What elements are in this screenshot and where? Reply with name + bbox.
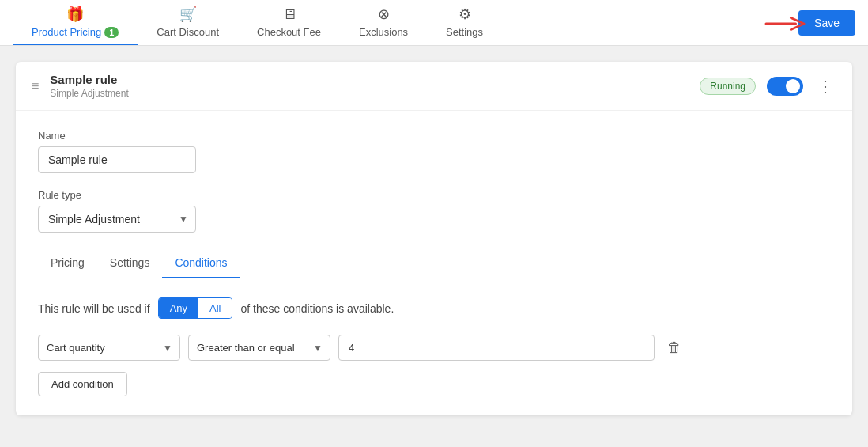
- sub-tab-settings-label: Settings: [110, 256, 150, 269]
- name-input[interactable]: [38, 146, 196, 173]
- settings-icon: ⚙: [459, 6, 471, 23]
- tab-product-pricing-label: Product Pricing 1: [32, 26, 119, 38]
- any-all-group: Any All: [158, 297, 233, 319]
- tab-cart-discount[interactable]: 🛒 Cart Discount: [138, 0, 238, 45]
- drag-handle-icon[interactable]: ≡: [32, 79, 39, 93]
- rule-type-field-group: Rule type Simple Adjustment Bulk Pricing…: [38, 189, 830, 233]
- tab-settings[interactable]: ⚙ Settings: [427, 0, 502, 45]
- add-condition-button[interactable]: Add condition: [38, 372, 127, 396]
- bottom-bar: Add Rule: [16, 431, 852, 447]
- conditions-intro: This rule will be used if Any All of the…: [38, 297, 830, 319]
- sub-tab-pricing-label: Pricing: [51, 256, 85, 269]
- rule-title: Sample rule: [50, 73, 689, 86]
- sub-tabs: Pricing Settings Conditions: [38, 248, 830, 278]
- status-badge: Running: [700, 78, 756, 95]
- checkout-fee-icon: 🖥: [282, 6, 296, 23]
- tab-checkout-fee[interactable]: 🖥 Checkout Fee: [238, 0, 340, 45]
- product-pricing-icon: 🎁: [66, 6, 84, 23]
- rule-card: ≡ Sample rule Simple Adjustment Running …: [16, 62, 852, 415]
- condition-field-wrap: Cart quantity Cart subtotal User role Pr…: [38, 335, 180, 361]
- sub-tab-pricing[interactable]: Pricing: [38, 248, 97, 278]
- rule-type-select[interactable]: Simple Adjustment Bulk Pricing Tiered Pr…: [38, 206, 196, 233]
- all-button[interactable]: All: [198, 298, 232, 318]
- condition-field-select[interactable]: Cart quantity Cart subtotal User role Pr…: [38, 335, 180, 361]
- tab-checkout-fee-label: Checkout Fee: [257, 26, 321, 38]
- delete-condition-button[interactable]: 🗑: [662, 336, 686, 359]
- more-options-button[interactable]: ⋮: [814, 78, 836, 94]
- rule-type-select-wrap: Simple Adjustment Bulk Pricing Tiered Pr…: [38, 206, 196, 233]
- conditions-intro-before: This rule will be used if: [38, 302, 150, 315]
- tab-product-pricing[interactable]: 🎁 Product Pricing 1: [13, 0, 138, 45]
- rule-header: ≡ Sample rule Simple Adjustment Running …: [16, 62, 852, 111]
- sub-tab-conditions[interactable]: Conditions: [162, 248, 240, 278]
- condition-row: Cart quantity Cart subtotal User role Pr…: [38, 335, 830, 361]
- sub-tab-conditions-label: Conditions: [175, 256, 227, 269]
- tab-exclusions-label: Exclusions: [359, 26, 408, 38]
- tab-settings-label: Settings: [446, 26, 483, 38]
- condition-operator-select[interactable]: Greater than or equal Less than or equal…: [188, 335, 330, 361]
- rule-subtitle: Simple Adjustment: [50, 88, 689, 99]
- conditions-intro-after: of these conditions is available.: [240, 302, 394, 315]
- tab-label-text: Product Pricing: [32, 26, 101, 38]
- main-content: ≡ Sample rule Simple Adjustment Running …: [0, 46, 868, 447]
- condition-value-input[interactable]: [338, 335, 655, 361]
- name-field-group: Name: [38, 130, 830, 173]
- cart-discount-icon: 🛒: [179, 6, 197, 23]
- trash-icon: 🗑: [667, 339, 681, 355]
- toggle-slider: [767, 77, 803, 96]
- name-label: Name: [38, 130, 830, 142]
- exclusions-icon: ⊗: [378, 6, 390, 23]
- arrow-svg: [764, 13, 811, 35]
- tab-exclusions[interactable]: ⊗ Exclusions: [340, 0, 427, 45]
- rule-title-group: Sample rule Simple Adjustment: [50, 73, 689, 99]
- rule-toggle[interactable]: [767, 77, 803, 96]
- top-nav: 🎁 Product Pricing 1 🛒 Cart Discount 🖥 Ch…: [0, 0, 868, 46]
- product-pricing-badge: 1: [104, 27, 119, 38]
- tab-cart-discount-label: Cart Discount: [157, 26, 219, 38]
- arrow-indicator: [764, 13, 811, 37]
- any-button[interactable]: Any: [159, 298, 198, 318]
- sub-tab-settings[interactable]: Settings: [97, 248, 163, 278]
- condition-operator-wrap: Greater than or equal Less than or equal…: [188, 335, 330, 361]
- rule-body: Name Rule type Simple Adjustment Bulk Pr…: [16, 111, 852, 415]
- rule-type-label: Rule type: [38, 189, 830, 201]
- nav-tabs: 🎁 Product Pricing 1 🛒 Cart Discount 🖥 Ch…: [13, 0, 798, 45]
